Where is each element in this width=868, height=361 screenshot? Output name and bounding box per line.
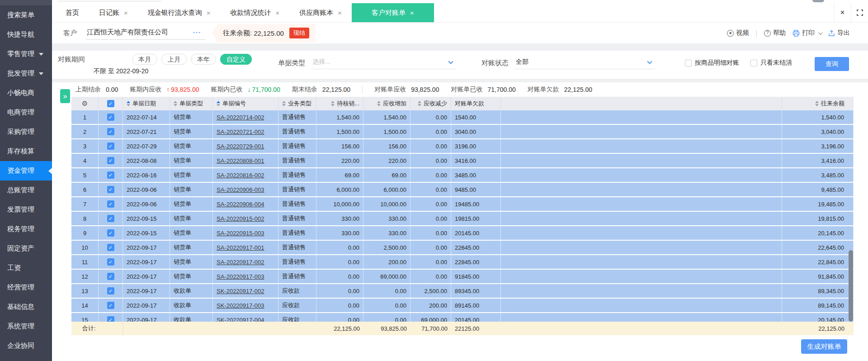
sort-icon[interactable] <box>815 101 819 106</box>
column-header-应收减少[interactable]: 应收减少 <box>410 97 451 110</box>
scrollbar-thumb[interactable] <box>849 250 853 322</box>
doc-number-link[interactable]: SA-20220917-003 <box>217 273 264 280</box>
sidebar-item-搜索菜单[interactable]: 搜索菜单 <box>0 5 52 25</box>
row-checkbox[interactable]: ✓ <box>107 316 114 322</box>
vertical-scrollbar[interactable] <box>848 110 854 322</box>
select-all-checkbox[interactable]: ✓ <box>107 100 114 107</box>
gear-icon[interactable]: ⚙ <box>82 100 88 108</box>
close-tab-icon[interactable]: × <box>124 10 128 16</box>
sidebar-item-零售管理[interactable]: 零售管理 <box>0 44 52 64</box>
row-checkbox[interactable]: ✓ <box>107 114 114 121</box>
query-button[interactable]: 查询 <box>815 57 849 71</box>
generate-statement-button[interactable]: 生成对账单 <box>801 339 847 354</box>
sidebar-item-库存核算[interactable]: 库存核算 <box>0 142 52 161</box>
row-checkbox[interactable]: ✓ <box>107 215 114 222</box>
tab-供应商账本[interactable]: 供应商账本× <box>289 3 352 22</box>
unsettled-only-checkbox[interactable]: 只看未结清 <box>750 59 792 67</box>
doc-number-link[interactable]: SA-20220915-003 <box>217 230 264 237</box>
doc-number-link[interactable]: SK-20220917-004 <box>217 317 264 322</box>
period-pill-本年[interactable]: 本年 <box>191 54 216 65</box>
row-checkbox[interactable]: ✓ <box>107 258 114 266</box>
doc-number-link[interactable]: SA-20220729-001 <box>217 143 264 150</box>
doc-number-link[interactable]: SA-20220808-001 <box>217 157 264 164</box>
row-checkbox[interactable]: ✓ <box>107 142 114 150</box>
doc-number-link[interactable]: SA-20220906-004 <box>217 201 264 208</box>
period-pill-本月[interactable]: 本月 <box>132 54 157 65</box>
sort-icon[interactable] <box>377 101 381 106</box>
doc-number-link[interactable]: SA-20220714-002 <box>217 114 264 121</box>
sort-icon[interactable] <box>127 101 130 106</box>
sort-icon[interactable] <box>217 101 220 106</box>
doc-number-link[interactable]: SA-20220721-002 <box>217 128 264 135</box>
doc-type-select[interactable]: 选择... <box>311 57 456 69</box>
close-tab-icon[interactable]: × <box>276 10 280 16</box>
period-pill-上月[interactable]: 上月 <box>161 54 187 65</box>
sidebar-item-系统管理[interactable]: 系统管理 <box>0 317 52 336</box>
column-header-对账单欠款[interactable]: 对账单欠款 <box>451 97 501 110</box>
customer-select-field[interactable]: 江西恒天地产有限责任公司 ··· <box>86 26 206 40</box>
column-header-单据日期[interactable]: 单据日期 <box>123 97 170 110</box>
sidebar-item-税务管理[interactable]: 税务管理 <box>0 219 52 239</box>
tab-现金银行流水查询[interactable]: 现金银行流水查询× <box>138 3 221 22</box>
export-button[interactable]: 导出 <box>828 29 850 37</box>
doc-number-link[interactable]: SK-20220917-003 <box>217 302 264 309</box>
row-checkbox[interactable]: ✓ <box>107 157 114 164</box>
sort-icon[interactable] <box>174 101 177 106</box>
column-header-单据编号[interactable]: 单据编号 <box>213 97 278 110</box>
video-button[interactable]: 视频 <box>727 29 749 37</box>
product-detail-checkbox[interactable]: 按商品明细对账 <box>685 59 739 67</box>
sidebar-item-基础信息[interactable]: 基础信息 <box>0 297 52 317</box>
sidebar-item-工资[interactable]: 工资 <box>0 258 52 278</box>
close-tab-icon[interactable]: × <box>338 10 342 16</box>
tab-首页[interactable]: 首页 <box>56 3 89 22</box>
close-tab-icon[interactable]: × <box>410 10 414 16</box>
row-checkbox[interactable]: ✓ <box>107 171 114 179</box>
expand-panel-icon[interactable]: » <box>60 89 70 103</box>
sidebar-item-固定资产[interactable]: 固定资产 <box>0 239 52 258</box>
row-checkbox[interactable]: ✓ <box>107 200 114 208</box>
period-range-text[interactable]: 不限 至 2022-09-20 <box>94 67 148 76</box>
column-header-业务类型[interactable]: 业务类型 <box>278 97 316 110</box>
period-pill-自定义[interactable]: 自定义 <box>220 54 252 65</box>
doc-number-link[interactable]: SK-20220917-002 <box>217 288 264 294</box>
row-checkbox[interactable]: ✓ <box>107 229 114 237</box>
close-tab-icon[interactable]: × <box>207 10 211 16</box>
sidebar-item-经营管理[interactable]: 经营管理 <box>0 278 52 297</box>
sort-icon[interactable] <box>331 101 335 106</box>
row-checkbox[interactable]: ✓ <box>107 273 114 280</box>
column-header-待核销...[interactable]: 待核销... <box>316 97 363 110</box>
row-checkbox[interactable]: ✓ <box>107 287 114 294</box>
row-checkbox[interactable]: ✓ <box>107 244 114 251</box>
sidebar-item-采购管理[interactable]: 采购管理 <box>0 122 52 142</box>
help-button[interactable]: ? 帮助 <box>764 29 786 37</box>
column-header-往来余额[interactable]: 往来余额 <box>782 97 854 110</box>
sidebar-item-总账管理[interactable]: 总账管理 <box>0 180 52 200</box>
sidebar-item-资金管理[interactable]: 资金管理 <box>0 161 52 180</box>
row-checkbox[interactable]: ✓ <box>107 186 114 193</box>
print-button[interactable]: 打印 <box>793 29 821 37</box>
sidebar-item-快捷导航[interactable]: 快捷导航 <box>0 25 52 44</box>
close-icon[interactable]: × <box>834 3 851 22</box>
status-select[interactable]: 全部 <box>515 57 655 69</box>
sidebar-item-批发管理[interactable]: 批发管理 <box>0 64 52 83</box>
more-options-icon[interactable]: ··· <box>193 31 201 34</box>
sidebar-item-企业协同[interactable]: 企业协同 <box>0 336 52 356</box>
sort-icon[interactable] <box>418 101 421 106</box>
doc-number-link[interactable]: SA-20220915-002 <box>217 215 264 222</box>
column-header-单据类型[interactable]: 单据类型 <box>170 97 213 110</box>
row-checkbox[interactable]: ✓ <box>107 128 114 135</box>
doc-number-link[interactable]: SA-20220906-003 <box>217 186 264 193</box>
sidebar-item-小畅电商[interactable]: 小畅电商 <box>0 83 52 103</box>
sidebar-item-发票管理[interactable]: 发票管理 <box>0 200 52 219</box>
row-checkbox[interactable]: ✓ <box>107 302 114 309</box>
doc-number-link[interactable]: SA-20220917-002 <box>217 259 264 266</box>
tab-日记账[interactable]: 日记账× <box>89 3 138 22</box>
tab-收款情况统计[interactable]: 收款情况统计× <box>221 3 290 22</box>
fullscreen-icon[interactable] <box>851 3 868 22</box>
doc-number-link[interactable]: SA-20220917-001 <box>217 244 264 251</box>
sidebar-item-电商管理[interactable]: 电商管理 <box>0 103 52 122</box>
doc-number-link[interactable]: SA-20220816-002 <box>217 172 264 179</box>
tab-客户对账单[interactable]: 客户对账单× <box>352 3 434 22</box>
column-header-应收增加[interactable]: 应收增加 <box>363 97 410 110</box>
sort-icon[interactable] <box>282 101 286 106</box>
